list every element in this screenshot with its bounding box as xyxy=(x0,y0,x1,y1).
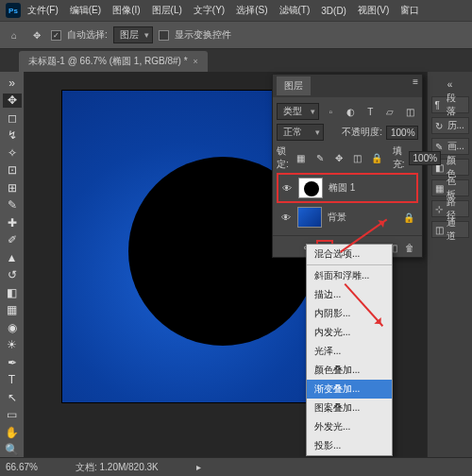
lock-artboard-icon[interactable]: ◫ xyxy=(349,149,366,166)
path-tool[interactable]: ↖ xyxy=(3,390,22,405)
fill-input[interactable]: 100% xyxy=(409,151,441,165)
dock-paths[interactable]: ⊹路径 xyxy=(431,200,469,217)
lock-label: 锁定: xyxy=(277,144,289,171)
lock-pos-icon[interactable]: ✥ xyxy=(330,149,347,166)
lock-pixel-icon[interactable]: ✎ xyxy=(312,149,329,166)
lock-trans-icon[interactable]: ▦ xyxy=(293,149,310,166)
zoom-tool[interactable]: 🔍 xyxy=(3,443,22,458)
layers-panel-tab[interactable]: 图层 xyxy=(277,76,311,95)
marquee-tool[interactable]: ◻ xyxy=(3,110,22,126)
filter-pixel-icon[interactable]: ▫ xyxy=(323,103,339,120)
swatches-icon: ▦ xyxy=(435,183,445,193)
dock-paragraph[interactable]: ¶段落 xyxy=(431,96,469,113)
menu-edit[interactable]: 编辑(E) xyxy=(65,2,106,19)
show-transform-checkbox[interactable] xyxy=(159,30,169,41)
fx-outer-glow[interactable]: 外发光... xyxy=(307,417,392,436)
menu-file[interactable]: 文件(F) xyxy=(23,2,63,19)
status-arrow-icon[interactable]: ▸ xyxy=(196,462,201,472)
paragraph-icon: ¶ xyxy=(435,100,445,110)
document-title: 未标题-1 @ 66.7% (椭圆 1, RGB/8#) * xyxy=(28,55,188,68)
layer-row-background[interactable]: 👁 背景 🔒 xyxy=(277,203,418,231)
fx-gradient-overlay[interactable]: 渐变叠加... xyxy=(307,380,392,399)
pen-tool[interactable]: ✒ xyxy=(3,355,22,370)
layer-name-bg[interactable]: 背景 xyxy=(328,211,346,224)
brush-tool[interactable]: ✐ xyxy=(3,233,22,248)
filter-smart-icon[interactable]: ◫ xyxy=(402,103,418,120)
fx-inner-glow[interactable]: 内发光... xyxy=(307,323,392,342)
shape-tool[interactable]: ▭ xyxy=(3,408,22,423)
history-brush-tool[interactable]: ↺ xyxy=(3,268,22,283)
fx-satin[interactable]: 光泽... xyxy=(307,342,392,361)
fx-blending-options[interactable]: 混合选项... xyxy=(307,245,392,264)
panel-menu-icon[interactable]: ≡ xyxy=(413,76,418,95)
layer-filter-kind[interactable]: 类型 xyxy=(277,103,319,120)
healing-tool[interactable]: ✚ xyxy=(3,215,22,230)
dock-swatches[interactable]: ▦色板 xyxy=(431,179,469,196)
zoom-level[interactable]: 66.67% xyxy=(6,462,38,472)
filter-shape-icon[interactable]: ▱ xyxy=(382,103,398,120)
blur-tool[interactable]: ◉ xyxy=(3,320,22,335)
menu-filter[interactable]: 滤镜(T) xyxy=(275,2,315,19)
fx-inner-shadow[interactable]: 内阴影... xyxy=(307,304,392,323)
fx-stroke[interactable]: 描边... xyxy=(307,285,392,304)
auto-select-target[interactable]: 图层 xyxy=(113,26,153,43)
dodge-tool[interactable]: ☀ xyxy=(3,338,22,353)
wand-tool[interactable]: ✧ xyxy=(3,145,22,161)
fx-drop-shadow[interactable]: 投影... xyxy=(307,436,392,455)
visibility-icon[interactable]: 👁 xyxy=(280,212,292,223)
layer-thumb-ellipse xyxy=(298,178,323,198)
lasso-tool[interactable]: ↯ xyxy=(3,128,22,144)
layer-thumb-bg xyxy=(297,207,322,228)
close-tab-icon[interactable]: × xyxy=(194,57,198,66)
fx-pattern-overlay[interactable]: 图案叠加... xyxy=(307,399,392,417)
menu-3d[interactable]: 3D(D) xyxy=(316,4,351,18)
lock-all-icon[interactable]: 🔒 xyxy=(368,149,385,166)
fill-label: 填充: xyxy=(393,144,405,171)
auto-select-checkbox[interactable]: ✓ xyxy=(51,30,61,41)
eyedropper-tool[interactable]: ✎ xyxy=(3,198,22,213)
fx-color-overlay[interactable]: 颜色叠加... xyxy=(307,361,392,380)
menu-type[interactable]: 文字(Y) xyxy=(189,2,229,19)
dock-history[interactable]: ↻历... xyxy=(431,117,469,134)
tools-collapse-icon[interactable]: » xyxy=(3,76,22,91)
fx-bevel[interactable]: 斜面和浮雕... xyxy=(307,266,392,285)
menu-select[interactable]: 选择(S) xyxy=(231,2,272,19)
dock-channels[interactable]: ◫通道 xyxy=(431,221,469,238)
gradient-tool[interactable]: ▦ xyxy=(3,303,22,318)
document-tab[interactable]: 未标题-1 @ 66.7% (椭圆 1, RGB/8#) * × xyxy=(19,51,208,72)
doc-size[interactable]: 文档: 1.20M/820.3K xyxy=(76,461,159,474)
crop-tool[interactable]: ⊡ xyxy=(3,163,22,178)
layer-style-menu: 混合选项... 斜面和浮雕... 描边... 内阴影... 内发光... 光泽.… xyxy=(306,244,393,456)
dock-collapse-icon[interactable]: « xyxy=(442,76,459,93)
menu-window[interactable]: 窗口 xyxy=(396,2,424,19)
auto-select-label: 自动选择: xyxy=(67,28,108,42)
options-bar: ⌂ ✥ ✓ 自动选择: 图层 显示变换控件 xyxy=(0,21,472,49)
show-transform-label: 显示变换控件 xyxy=(175,28,231,42)
move-tool[interactable]: ✥ xyxy=(3,94,22,109)
right-dock: « ¶段落 ↻历... ✎画... ◧颜色 ▦色板 ⊹路径 ◫通道 xyxy=(427,72,472,457)
visibility-icon[interactable]: 👁 xyxy=(281,182,293,194)
opacity-input[interactable]: 100% xyxy=(386,126,418,140)
blend-mode-select[interactable]: 正常 xyxy=(277,124,324,141)
document-tab-bar: 未标题-1 @ 66.7% (椭圆 1, RGB/8#) * × xyxy=(0,49,472,72)
app-logo: Ps xyxy=(6,3,21,18)
home-icon[interactable]: ⌂ xyxy=(6,26,23,43)
filter-adjust-icon[interactable]: ◐ xyxy=(343,103,359,120)
document-canvas[interactable] xyxy=(62,91,308,402)
type-tool[interactable]: T xyxy=(3,373,22,388)
layer-name-ellipse[interactable]: 椭圆 1 xyxy=(329,181,355,195)
menu-layer[interactable]: 图层(L) xyxy=(147,2,187,19)
eraser-tool[interactable]: ◧ xyxy=(3,285,22,300)
frame-tool[interactable]: ⊞ xyxy=(3,180,22,196)
filter-type-icon[interactable]: T xyxy=(362,103,379,120)
stamp-tool[interactable]: ▲ xyxy=(3,250,22,265)
toolbar: » ✥ ◻ ↯ ✧ ⊡ ⊞ ✎ ✚ ✐ ▲ ↺ ◧ ▦ ◉ ☀ ✒ T ↖ ▭ … xyxy=(0,72,25,457)
menu-view[interactable]: 视图(V) xyxy=(353,2,394,19)
layer-row-ellipse[interactable]: 👁 椭圆 1 xyxy=(277,173,418,203)
lock-icon: 🔒 xyxy=(403,212,414,223)
channels-icon: ◫ xyxy=(435,225,445,234)
menu-image[interactable]: 图像(I) xyxy=(108,2,144,19)
move-tool-icon: ✥ xyxy=(28,26,45,43)
hand-tool[interactable]: ✋ xyxy=(3,425,22,440)
delete-layer-icon[interactable]: 🗑 xyxy=(401,240,418,255)
